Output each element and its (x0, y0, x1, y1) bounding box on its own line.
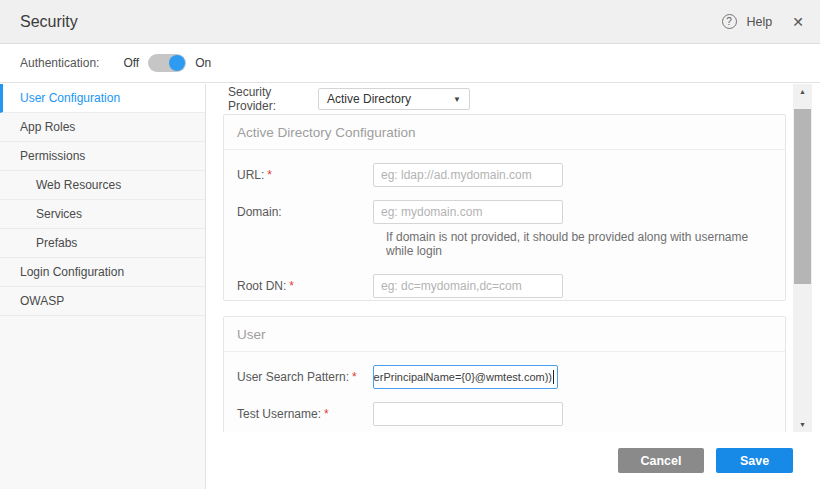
sidebar-item-services[interactable]: Services (0, 200, 205, 229)
required-asterisk: * (267, 168, 272, 182)
test-username-input[interactable] (373, 402, 563, 426)
action-footer: Cancel Save (206, 432, 820, 489)
root-dn-label: Root DN:* (237, 279, 373, 293)
required-asterisk: * (289, 279, 294, 293)
root-dn-input[interactable] (373, 274, 563, 298)
sidebar-item-permissions[interactable]: Permissions (0, 142, 205, 171)
security-provider-value: Active Directory (327, 92, 411, 106)
required-asterisk: * (324, 407, 329, 421)
domain-field-row: Domain: (237, 200, 771, 224)
content-panel: Security Provider: Active Directory ▼ Ac… (206, 84, 820, 489)
authentication-bar: Authentication: Off On (0, 44, 820, 83)
scroll-down-icon[interactable]: ▼ (793, 417, 812, 432)
active-directory-configuration-section: Active Directory Configuration URL:* Dom… (223, 114, 786, 301)
section-title-user: User (224, 317, 785, 352)
authentication-toggle[interactable] (148, 54, 186, 72)
save-button[interactable]: Save (716, 448, 793, 473)
cancel-button[interactable]: Cancel (618, 448, 704, 473)
domain-label: Domain: (237, 205, 373, 219)
chevron-down-icon: ▼ (453, 95, 461, 104)
sidebar-item-user-configuration[interactable]: User Configuration (0, 84, 205, 113)
url-input[interactable] (373, 163, 563, 187)
domain-input[interactable] (373, 200, 563, 224)
close-icon[interactable]: ✕ (792, 14, 804, 30)
url-label: URL:* (237, 168, 373, 182)
text-cursor (553, 370, 554, 384)
user-section: User User Search Pattern:* (userPrincipa… (223, 316, 786, 432)
user-search-pattern-label: User Search Pattern:* (237, 370, 373, 384)
security-provider-label: Security Provider: (228, 85, 318, 113)
root-dn-field-row: Root DN:* (237, 274, 771, 298)
vertical-scrollbar[interactable]: ▲ ▼ (793, 84, 812, 432)
test-username-row: Test Username:* (237, 402, 771, 426)
sidebar-item-prefabs[interactable]: Prefabs (0, 229, 205, 258)
section-title-ad: Active Directory Configuration (224, 115, 785, 150)
authentication-label: Authentication: (20, 56, 99, 70)
domain-help-text: If domain is not provided, it should be … (386, 230, 771, 258)
toggle-off-label: Off (123, 56, 139, 70)
scrollbar-thumb[interactable] (794, 109, 811, 284)
user-search-pattern-input[interactable]: (userPrincipalName={0}@wmtest.com)) (373, 365, 558, 389)
page-title: Security (20, 13, 78, 31)
user-search-pattern-value: (userPrincipalName={0}@wmtest.com)) (373, 371, 552, 383)
sidebar-item-web-resources[interactable]: Web Resources (0, 171, 205, 200)
settings-sidebar: User Configuration App Roles Permissions… (0, 84, 206, 489)
scroll-up-icon[interactable]: ▲ (793, 84, 812, 99)
test-username-label: Test Username:* (237, 407, 373, 421)
toggle-knob (169, 55, 185, 71)
security-provider-select[interactable]: Active Directory ▼ (318, 88, 470, 110)
toggle-on-label: On (195, 56, 211, 70)
security-provider-row: Security Provider: Active Directory ▼ (228, 86, 793, 112)
scroll-viewport: Security Provider: Active Directory ▼ Ac… (206, 84, 793, 432)
sidebar-item-app-roles[interactable]: App Roles (0, 113, 205, 142)
sidebar-item-owasp[interactable]: OWASP (0, 287, 205, 316)
required-asterisk: * (352, 370, 357, 384)
help-icon[interactable]: ? (722, 14, 737, 29)
url-field-row: URL:* (237, 163, 771, 187)
window-header: Security ? Help ✕ (0, 0, 820, 44)
sidebar-item-login-configuration[interactable]: Login Configuration (0, 258, 205, 287)
user-search-pattern-row: User Search Pattern:* (userPrincipalName… (237, 365, 771, 389)
help-link[interactable]: Help (747, 15, 773, 29)
